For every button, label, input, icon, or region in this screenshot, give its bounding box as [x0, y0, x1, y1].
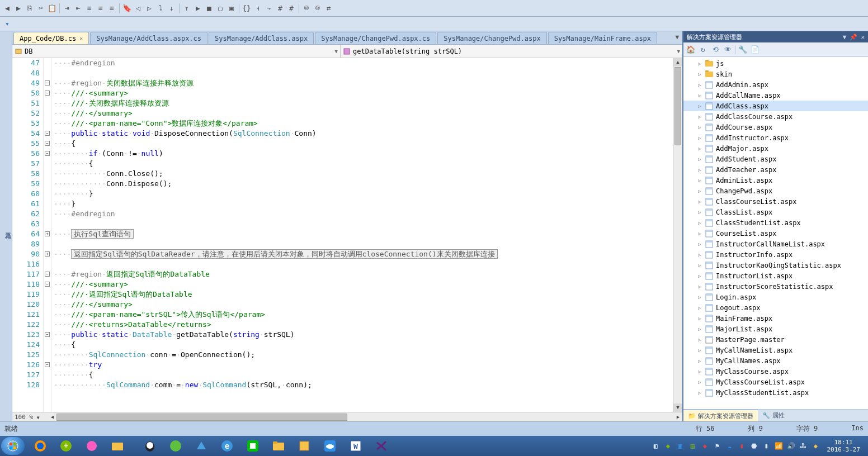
panel-titlebar[interactable]: 解决方案资源管理器 ▼ 📌 ✕ [683, 31, 868, 42]
tray-icon[interactable]: ◆ [700, 441, 709, 450]
tree-item[interactable]: ▷InstructorKaoQingStatistic.aspx [683, 260, 868, 270]
code-line[interactable]: ········SqlConnection·conn·=·OpenConnect… [54, 350, 671, 360]
expand-icon[interactable]: ▷ [698, 199, 705, 205]
toolbar2-dropdown-icon[interactable]: ▾ [2, 19, 12, 29]
tray-icon[interactable]: 📶 [774, 441, 783, 450]
code-line[interactable]: ····#region·关闭数据库连接并释放资源 [54, 78, 671, 88]
nav-member-dropdown[interactable]: getDataTable(string strSQL) ▼ [341, 45, 682, 58]
panel-pin-icon[interactable]: 📌 [850, 34, 857, 41]
tree-item[interactable]: ▷ChangePwd.aspx [683, 186, 868, 196]
bookmark-next-icon[interactable]: ▷ [144, 3, 154, 13]
expand-icon[interactable]: ▷ [698, 156, 705, 162]
code-line[interactable]: ····///·<summary> [54, 279, 671, 289]
reg2-icon[interactable]: ® [313, 3, 323, 13]
expand-icon[interactable]: ▷ [698, 316, 705, 321]
tree-item[interactable]: ▷InstructorList.aspx [683, 270, 868, 281]
tree-item[interactable]: ▷Logout.aspx [683, 302, 868, 313]
nav-back-icon[interactable]: ◀ [2, 3, 12, 13]
code-line[interactable]: ····///·返回指定Sql语句的DataTable [54, 289, 671, 300]
debug-into-icon[interactable]: ↓ [167, 3, 177, 13]
zoom-level[interactable]: 100 % ▼ [12, 414, 48, 421]
expand-icon[interactable]: ▷ [698, 210, 705, 215]
taskbar-iqiyi[interactable] [240, 438, 265, 454]
code-line[interactable]: ····///·<param·name="strSQL">传入的Sql语句</p… [54, 310, 671, 320]
expand-icon[interactable]: ▷ [698, 146, 705, 151]
tray-icon[interactable]: ▮ [737, 441, 746, 450]
tree-item[interactable]: ▷ClassStudentList.aspx [683, 217, 868, 228]
code-line[interactable]: ····返回指定Sql语句的SqlDataReader，请注意，在使用后请关闭本… [54, 249, 671, 259]
tree-item[interactable]: ▷InstructorCallNameList.aspx [683, 239, 868, 249]
document-tab[interactable]: SysManage/ChangePwd.aspx [437, 32, 546, 44]
tree-item[interactable]: ▷MasterPage.master [683, 334, 868, 345]
taskbar-app-green[interactable]: + [54, 438, 78, 454]
fold-toggle-icon[interactable]: − [45, 91, 50, 96]
tray-icon[interactable]: ◧ [651, 441, 660, 450]
tree-item[interactable]: ▷InstructorInfo.aspx [683, 249, 868, 260]
fold-gutter[interactable]: −−−−−++−−−− [44, 58, 51, 412]
taskbar-app-bird[interactable] [189, 438, 214, 454]
tree-item[interactable]: ▷skin [683, 69, 868, 79]
tree-item[interactable]: ▷AddStudent.aspx [683, 154, 868, 164]
tree-item[interactable]: ▷AddMajor.aspx [683, 143, 868, 154]
code-line[interactable]: ····///·<returns>DataTable</returns> [54, 320, 671, 330]
tree-item[interactable]: ▷AddCallName.aspx [683, 90, 868, 101]
taskbar-qq[interactable] [138, 438, 162, 454]
split-icon[interactable]: ⫞ [253, 3, 263, 13]
paste-icon[interactable]: 📋 [47, 3, 57, 13]
taskbar-snip[interactable] [292, 438, 317, 454]
tree-item[interactable]: ▷AddInstructor.aspx [683, 132, 868, 143]
expand-icon[interactable]: ▷ [698, 379, 705, 385]
document-tab[interactable]: App_Code/DB.cs✕ [13, 32, 89, 44]
expand-icon[interactable]: ▷ [698, 284, 705, 289]
stop-icon[interactable]: ■ [204, 3, 214, 13]
hex2-icon[interactable]: # [286, 3, 296, 13]
panel-tab[interactable]: 📁解决方案资源管理器 [683, 410, 758, 421]
debug-step-icon[interactable]: ⤵ [155, 3, 166, 13]
outdent-icon[interactable]: ⇤ [73, 3, 83, 13]
tray-icon[interactable]: ▮ [762, 441, 771, 450]
tree-item[interactable]: ▷InstructorScoreStatistic.aspx [683, 281, 868, 292]
box-icon[interactable]: ▣ [227, 3, 237, 13]
code-line[interactable]: ····执行Sql查询语句 [54, 229, 671, 239]
expand-icon[interactable]: ▷ [698, 263, 705, 268]
code-line[interactable]: ········if·(Conn·!=·null) [54, 149, 671, 159]
tray-icon[interactable]: ▣ [676, 441, 685, 450]
nav-fwd-icon[interactable]: ▶ [13, 3, 23, 13]
align-c-icon[interactable]: ≡ [96, 3, 106, 13]
document-tab[interactable]: SysManage/AddClass.aspx.cs [90, 32, 207, 44]
tree-item[interactable]: ▷ClassList.aspx [683, 207, 868, 217]
hscroll-thumb[interactable] [56, 414, 347, 421]
refresh-icon[interactable]: ↻ [698, 45, 708, 55]
hex-icon[interactable]: # [275, 3, 285, 13]
code-content[interactable]: ····#endregion ····#region·关闭数据库连接并释放资源·… [51, 58, 673, 412]
code-line[interactable]: ····#region·返回指定Sql语句的DataTable [54, 269, 671, 279]
tray-icon[interactable]: ◆ [663, 441, 672, 450]
code-line[interactable]: ····///·<summary> [54, 88, 671, 98]
expand-icon[interactable]: ▷ [698, 369, 705, 374]
expand-icon[interactable]: ▷ [698, 252, 705, 258]
taskbar-ie[interactable]: e [215, 438, 239, 454]
tray-icon[interactable]: ◆ [811, 441, 820, 450]
document-tab[interactable]: SysManage/ChangePwd.aspx.cs [315, 32, 436, 44]
debug-out-icon[interactable]: ↑ [182, 3, 192, 13]
scroll-left-icon[interactable]: ◀ [48, 414, 56, 420]
nav-class-dropdown[interactable]: DB ▼ [12, 45, 341, 58]
panel-menu-icon[interactable]: ▼ [843, 34, 847, 41]
tree-item[interactable]: ▷ClassCourseList.aspx [683, 196, 868, 207]
fold-toggle-icon[interactable]: + [45, 251, 50, 256]
code-line[interactable]: ····///·关闭数据库连接释放资源 [54, 98, 671, 108]
code-line[interactable] [54, 68, 671, 78]
code-line[interactable]: ····public·static·DataTable·getDataTable… [54, 330, 671, 340]
expand-icon[interactable]: ▷ [698, 125, 705, 130]
tray-icon[interactable]: ⬣ [749, 441, 758, 450]
toolbox-sidebar[interactable]: 工具箱 [0, 31, 12, 421]
tree-item[interactable]: ▷Login.aspx [683, 292, 868, 302]
code-line[interactable]: ····public·static·void·DisposeConnection… [54, 129, 671, 139]
taskbar-folder[interactable] [105, 438, 130, 454]
fold-toggle-icon[interactable]: − [45, 80, 50, 86]
start-button[interactable] [1, 437, 25, 455]
tab-close-icon[interactable]: ✕ [79, 35, 83, 41]
expand-icon[interactable]: ▷ [698, 231, 705, 236]
document-tab[interactable]: SysManage/MainFrame.aspx [548, 32, 657, 44]
fold-toggle-icon[interactable]: − [45, 272, 50, 277]
